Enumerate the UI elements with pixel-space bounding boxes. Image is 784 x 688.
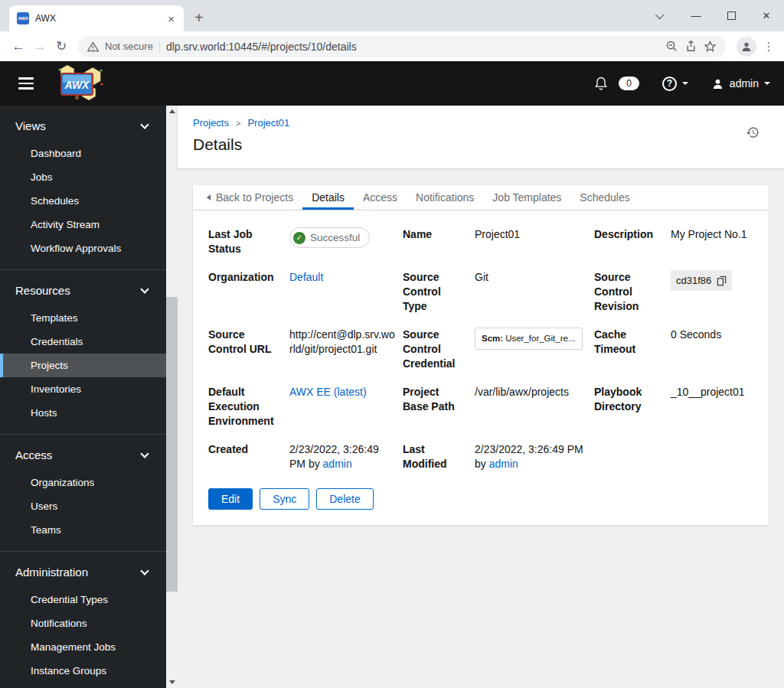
tab-access[interactable]: Access: [354, 185, 407, 210]
name-value: Project01: [475, 227, 586, 242]
browser-reload-button[interactable]: ↻: [51, 38, 72, 54]
sidebar-item-hosts[interactable]: Hosts: [0, 401, 166, 425]
tab-notifications[interactable]: Notifications: [407, 185, 483, 210]
scm-type-value: Git: [475, 270, 586, 285]
new-tab-button[interactable]: +: [194, 9, 204, 27]
page-header: Projects > Project01 Details: [178, 106, 784, 168]
content-area: Back to Projects Details Access Notifica…: [178, 168, 784, 525]
browser-toolbar: ← → ↻ Not secure dlp.srv.world:10445/#/p…: [0, 31, 784, 61]
sync-button[interactable]: Sync: [260, 488, 309, 510]
sidebar-item-workflow-approvals[interactable]: Workflow Approvals: [0, 236, 166, 260]
url-text[interactable]: dlp.srv.world:10445/#/projects/10/detail…: [166, 41, 659, 53]
description-label: Description: [594, 227, 663, 242]
modified-user-link[interactable]: admin: [489, 458, 518, 470]
browser-forward-button[interactable]: →: [29, 39, 51, 54]
nav-toggle-button[interactable]: [18, 77, 34, 90]
awx-logo-icon: AWX: [54, 64, 104, 103]
zoom-out-icon[interactable]: [665, 40, 678, 53]
sidebar-section-resources-toggle[interactable]: Resources: [0, 281, 166, 300]
window-minimize-button[interactable]: —: [678, 0, 714, 31]
sidebar-section-resources-title: Resources: [15, 284, 70, 297]
status-badge: ✓ Successful: [289, 227, 370, 248]
browser-menu-icon[interactable]: ⋮: [761, 40, 776, 54]
not-secure-warning-icon: [87, 41, 99, 52]
bookmark-star-icon[interactable]: [704, 40, 717, 53]
tab-job-templates[interactable]: Job Templates: [483, 185, 570, 210]
sidebar-section-administration-toggle[interactable]: Administration: [0, 562, 166, 582]
sidebar-item-schedules[interactable]: Schedules: [0, 189, 166, 213]
tab-schedules[interactable]: Schedules: [570, 185, 639, 210]
sidebar-item-activity-stream[interactable]: Activity Stream: [0, 213, 166, 236]
activity-history-button[interactable]: [746, 126, 760, 142]
detail-grid: Last Job Status ✓ Successful Name Projec…: [208, 227, 753, 471]
base-path-value: /var/lib/awx/projects: [475, 385, 586, 399]
awx-logo[interactable]: AWX: [54, 64, 104, 103]
copy-icon[interactable]: [717, 276, 727, 286]
sidebar-item-teams[interactable]: Teams: [0, 518, 166, 542]
sidebar-section-views-title: Views: [15, 119, 46, 132]
default-ee-link[interactable]: AWX EE (latest): [289, 386, 367, 398]
chevron-down-icon: [140, 566, 149, 575]
breadcrumb: Projects > Project01: [193, 117, 761, 129]
sidebar-item-instance-groups[interactable]: Instance Groups: [0, 659, 166, 683]
user-icon: [711, 77, 724, 90]
back-to-projects-label: Back to Projects: [216, 191, 293, 204]
sidebar-item-notifications[interactable]: Notifications: [0, 611, 166, 635]
scrollbar-up-icon[interactable]: [166, 106, 178, 117]
name-label: Name: [403, 227, 467, 242]
share-icon[interactable]: [684, 40, 697, 53]
scrollbar-thumb[interactable]: [166, 297, 178, 592]
sidebar-section-views-toggle[interactable]: Views: [0, 116, 166, 135]
address-bar[interactable]: Not secure dlp.srv.world:10445/#/project…: [78, 36, 726, 57]
tab-search-chevron-icon[interactable]: [643, 0, 678, 31]
window-maximize-button[interactable]: [714, 0, 749, 31]
sidebar-item-credentials[interactable]: Credentials: [0, 330, 166, 354]
organization-link[interactable]: Default: [289, 271, 323, 283]
help-menu-button[interactable]: ?: [662, 77, 688, 91]
breadcrumb-link-projects[interactable]: Projects: [193, 117, 229, 129]
scm-type-label: Source Control Type: [403, 270, 467, 314]
tab-back-to-projects[interactable]: Back to Projects: [198, 185, 302, 210]
tab-details[interactable]: Details: [302, 185, 354, 210]
scrollbar-down-icon[interactable]: [166, 677, 178, 688]
sidebar-item-jobs[interactable]: Jobs: [0, 165, 166, 189]
sidebar-item-instances[interactable]: Instances: [0, 683, 166, 688]
tab-close-icon[interactable]: ×: [166, 12, 176, 25]
breadcrumb-link-project01[interactable]: Project01: [247, 117, 289, 129]
revision-chip: cd31f86: [671, 270, 732, 291]
edit-button[interactable]: Edit: [208, 488, 253, 510]
status-text: Successful: [310, 230, 360, 245]
sidebar-item-management-jobs[interactable]: Management Jobs: [0, 635, 166, 659]
sidebar-item-credential-types[interactable]: Credential Types: [0, 588, 166, 611]
delete-button[interactable]: Delete: [316, 488, 373, 510]
modified-value: 2/23/2022, 3:26:49 PM by admin: [475, 442, 586, 471]
notifications-button[interactable]: 0: [593, 76, 639, 91]
last-job-status-label: Last Job Status: [208, 227, 282, 256]
scm-credential-label: Source Control Credential: [403, 328, 467, 371]
sidebar-item-projects[interactable]: Projects: [0, 354, 166, 377]
user-menu-button[interactable]: admin: [711, 77, 770, 90]
sidebar-item-inventories[interactable]: Inventories: [0, 377, 166, 401]
browser-tab[interactable]: AWX AWX ×: [9, 5, 184, 31]
credential-chip[interactable]: Scm: User_for_Git_re...: [475, 328, 583, 350]
sidebar-item-organizations[interactable]: Organizations: [0, 471, 166, 494]
scm-credential-value: Scm: User_for_Git_re...: [475, 328, 586, 350]
cache-timeout-value: 0 Seconds: [671, 328, 753, 342]
scm-url-label: Source Control URL: [208, 328, 282, 357]
page-scrollbar[interactable]: [166, 106, 178, 688]
success-check-icon: ✓: [293, 232, 305, 244]
notification-badge: 0: [619, 77, 639, 90]
sidebar-section-administration-title: Administration: [15, 566, 88, 579]
created-user-link[interactable]: admin: [323, 458, 352, 470]
tab-title: AWX: [35, 13, 166, 24]
sidebar-item-users[interactable]: Users: [0, 494, 166, 518]
sidebar-item-dashboard[interactable]: Dashboard: [0, 142, 166, 165]
sidebar-section-access: Access Organizations Users Teams: [0, 434, 166, 551]
details-card: Back to Projects Details Access Notifica…: [193, 185, 769, 525]
window-close-button[interactable]: ✕: [749, 0, 784, 31]
sidebar-section-resources: Resources Templates Credentials Projects…: [0, 269, 166, 434]
sidebar-section-access-toggle[interactable]: Access: [0, 445, 166, 465]
browser-back-button[interactable]: ←: [8, 39, 29, 54]
sidebar-item-templates[interactable]: Templates: [0, 306, 166, 330]
browser-profile-avatar[interactable]: [737, 37, 756, 57]
